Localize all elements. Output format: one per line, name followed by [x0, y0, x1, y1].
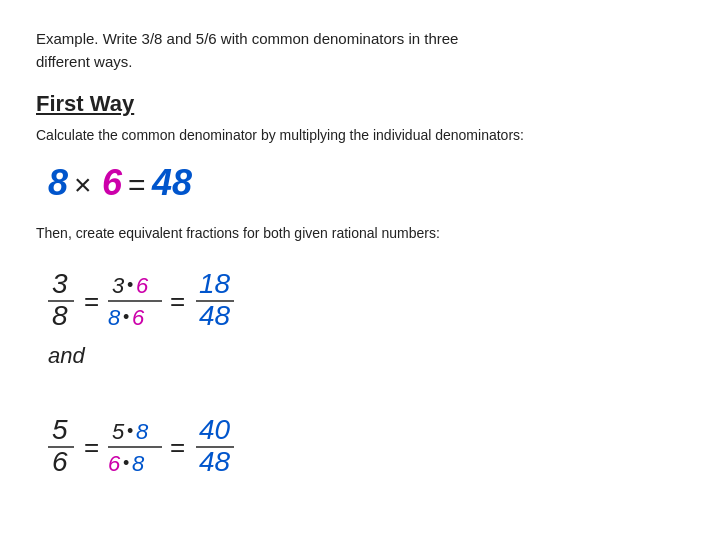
example-line1: Example. Write 3/8 and 5/6 with common d… — [36, 30, 458, 47]
svg-text:48: 48 — [199, 446, 231, 477]
svg-text:6: 6 — [102, 162, 123, 203]
svg-text:•: • — [123, 453, 129, 473]
svg-text:8: 8 — [48, 162, 68, 203]
fraction-equation-2: 5 6 = 5 • 8 6 • 8 = 40 48 — [44, 405, 684, 489]
multiplication-equation: 8 × 6 = 48 — [44, 157, 684, 209]
svg-text:6: 6 — [136, 273, 149, 298]
svg-text:6: 6 — [132, 305, 145, 330]
calc-description: Calculate the common denominator by mult… — [36, 127, 684, 143]
svg-text:•: • — [127, 421, 133, 441]
svg-text:•: • — [127, 275, 133, 295]
svg-text:6: 6 — [52, 446, 68, 477]
svg-text:5: 5 — [52, 414, 68, 445]
svg-text:=: = — [170, 286, 185, 316]
svg-text:8: 8 — [108, 305, 121, 330]
first-way-heading: First Way — [36, 91, 684, 117]
svg-text:48: 48 — [151, 162, 192, 203]
svg-text:3: 3 — [112, 273, 125, 298]
svg-text:40: 40 — [199, 414, 231, 445]
fraction-equation-1: 3 8 = 3 • 6 8 • 6 = 18 48 and — [44, 255, 684, 389]
svg-text:=: = — [128, 168, 146, 201]
svg-text:=: = — [84, 286, 99, 316]
svg-text:and: and — [48, 343, 85, 368]
svg-text:×: × — [74, 168, 92, 201]
then-description: Then, create equivalent fractions for bo… — [36, 225, 684, 241]
svg-text:3: 3 — [52, 268, 68, 299]
svg-text:=: = — [170, 432, 185, 462]
svg-text:8: 8 — [52, 300, 68, 331]
page-content: Example. Write 3/8 and 5/6 with common d… — [0, 0, 720, 533]
svg-text:8: 8 — [132, 451, 145, 476]
svg-text:5: 5 — [112, 419, 125, 444]
svg-text:48: 48 — [199, 300, 231, 331]
svg-text:•: • — [123, 307, 129, 327]
example-line2: different ways. — [36, 53, 132, 70]
svg-text:6: 6 — [108, 451, 121, 476]
svg-text:18: 18 — [199, 268, 231, 299]
example-description: Example. Write 3/8 and 5/6 with common d… — [36, 28, 684, 73]
svg-text:8: 8 — [136, 419, 149, 444]
svg-text:=: = — [84, 432, 99, 462]
